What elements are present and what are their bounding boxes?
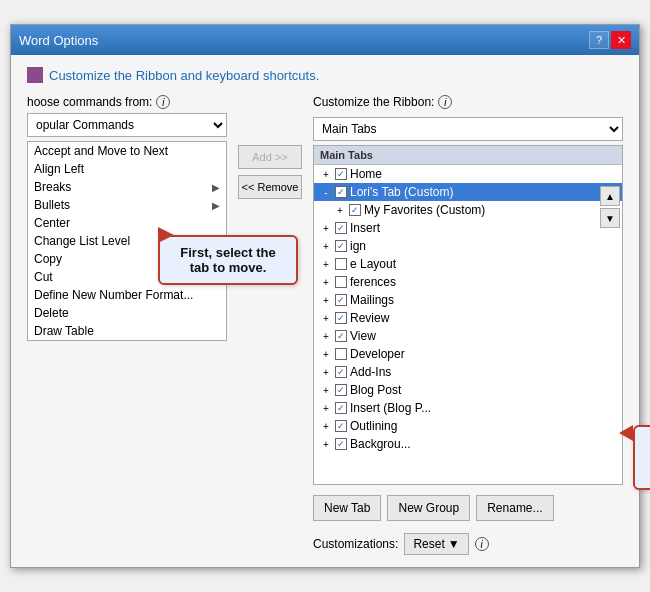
left-column: hoose commands from: i opular Commands A… [27, 95, 227, 341]
list-item[interactable]: Bullets▶ [28, 196, 226, 214]
arrow-icon: ▶ [212, 182, 220, 193]
expand-icon: + [320, 331, 332, 342]
commands-from-label: hoose commands from: i [27, 95, 227, 109]
checkbox-developer[interactable] [335, 348, 347, 360]
tree-item-blogpost[interactable]: + ✓ Blog Post [314, 381, 622, 399]
down-arrow-button[interactable]: ▼ [600, 208, 620, 228]
expand-icon: + [320, 421, 332, 432]
checkbox-review[interactable]: ✓ [335, 312, 347, 324]
tree-item-review[interactable]: + ✓ Review [314, 309, 622, 327]
tree-item-view[interactable]: + ✓ View [314, 327, 622, 345]
ribbon-info-icon[interactable]: i [438, 95, 452, 109]
new-group-button[interactable]: New Group [387, 495, 470, 521]
remove-button[interactable]: << Remove [238, 175, 302, 199]
tree-item-addins[interactable]: + ✓ Add-Ins [314, 363, 622, 381]
checkbox-design[interactable]: ✓ [335, 240, 347, 252]
expand-icon: + [320, 223, 332, 234]
tree-item-pagelayout[interactable]: + e Layout [314, 255, 622, 273]
checkbox-my-favorites[interactable]: ✓ [349, 204, 361, 216]
rename-button[interactable]: Rename... [476, 495, 553, 521]
tree-item-my-favorites[interactable]: + ✓ My Favorites (Custom) [314, 201, 622, 219]
list-item[interactable]: Draw Vertical Text Box [28, 340, 226, 341]
expand-icon: + [320, 277, 332, 288]
title-bar-buttons: ? ✕ [589, 31, 631, 49]
list-item[interactable]: Delete [28, 304, 226, 322]
ribbon-dropdown[interactable]: Main Tabs [313, 117, 623, 141]
checkbox-blogpost[interactable]: ✓ [335, 384, 347, 396]
header-text: Customize the Ribbon and keyboard shortc… [49, 68, 319, 83]
reset-button[interactable]: Reset ▼ [404, 533, 468, 555]
up-arrow-button[interactable]: ▲ [600, 186, 620, 206]
tree-item-home[interactable]: + ✓ Home [314, 165, 622, 183]
list-item[interactable]: Breaks▶ [28, 178, 226, 196]
checkbox-outlining[interactable]: ✓ [335, 420, 347, 432]
expand-icon: + [320, 295, 332, 306]
list-item[interactable]: Draw Table [28, 322, 226, 340]
expand-icon: + [320, 313, 332, 324]
checkbox-background[interactable]: ✓ [335, 438, 347, 450]
expand-icon: + [320, 439, 332, 450]
tree-item-insert[interactable]: + ✓ Insert [314, 219, 622, 237]
header-icon [27, 67, 43, 83]
expand-icon: + [320, 385, 332, 396]
checkbox-references[interactable] [335, 276, 347, 288]
checkbox-home[interactable]: ✓ [335, 168, 347, 180]
tree-section-label: Main Tabs [314, 146, 622, 165]
middle-buttons-area: Add >> << Remove [235, 145, 305, 199]
checkbox-pagelayout[interactable] [335, 258, 347, 270]
expand-icon: + [334, 205, 346, 216]
expand-icon: + [320, 349, 332, 360]
expand-icon: + [320, 403, 332, 414]
customize-ribbon-label: Customize the Ribbon: i [313, 95, 623, 109]
commands-dropdown[interactable]: opular Commands [27, 113, 227, 137]
list-item[interactable]: Center [28, 214, 226, 232]
arrow-icon: ▶ [212, 200, 220, 211]
list-item[interactable]: Align Left [28, 160, 226, 178]
new-tab-button[interactable]: New Tab [313, 495, 381, 521]
dialog-title: Word Options [19, 33, 98, 48]
add-button[interactable]: Add >> [238, 145, 302, 169]
bottom-buttons-row: New Tab New Group Rename... [313, 495, 623, 521]
ribbon-tree[interactable]: Main Tabs + ✓ Home - ✓ Lori's Tab (Custo… [313, 145, 623, 485]
callout-select-tab: First, select the tab to move. [158, 235, 298, 285]
tree-item-developer[interactable]: + Developer [314, 345, 622, 363]
title-bar: Word Options ? ✕ [11, 25, 639, 55]
checkbox-loris[interactable]: ✓ [335, 186, 347, 198]
customizations-row: Customizations: Reset ▼ i [313, 533, 623, 555]
tree-item-outlining[interactable]: + ✓ Outlining [314, 417, 622, 435]
ribbon-tree-wrapper: Main Tabs + ✓ Home - ✓ Lori's Tab (Custo… [313, 145, 623, 485]
tree-item-insertblog[interactable]: + ✓ Insert (Blog P... [314, 399, 622, 417]
callout-arrow-button: Then, click the up or down arrow button. [633, 425, 650, 490]
tree-item-background[interactable]: + ✓ Backgrou... [314, 435, 622, 453]
up-down-buttons: ▲ ▼ [600, 186, 620, 228]
list-item[interactable]: Accept and Move to Next [28, 142, 226, 160]
expand-icon: + [320, 367, 332, 378]
customizations-info-icon[interactable]: i [475, 537, 489, 551]
customizations-label: Customizations: [313, 537, 398, 551]
expand-icon: + [320, 259, 332, 270]
right-column: Customize the Ribbon: i Main Tabs Main T… [313, 95, 623, 555]
checkbox-mailings[interactable]: ✓ [335, 294, 347, 306]
expand-icon: + [320, 169, 332, 180]
tree-item-references[interactable]: + ferences [314, 273, 622, 291]
checkbox-view[interactable]: ✓ [335, 330, 347, 342]
tree-item-loris-tab[interactable]: - ✓ Lori's Tab (Custom) [314, 183, 622, 201]
dialog-body: Customize the Ribbon and keyboard shortc… [11, 55, 639, 567]
expand-icon: - [320, 187, 332, 198]
list-item[interactable]: Define New Number Format... [28, 286, 226, 304]
commands-info-icon[interactable]: i [156, 95, 170, 109]
word-options-dialog: Word Options ? ✕ Customize the Ribbon an… [10, 24, 640, 568]
expand-icon: + [320, 241, 332, 252]
tree-item-mailings[interactable]: + ✓ Mailings [314, 291, 622, 309]
checkbox-addins[interactable]: ✓ [335, 366, 347, 378]
help-button[interactable]: ? [589, 31, 609, 49]
tree-item-design[interactable]: + ✓ ign [314, 237, 622, 255]
checkbox-insert[interactable]: ✓ [335, 222, 347, 234]
reset-dropdown-arrow: ▼ [448, 537, 460, 551]
close-button[interactable]: ✕ [611, 31, 631, 49]
checkbox-insertblog[interactable]: ✓ [335, 402, 347, 414]
customize-header: Customize the Ribbon and keyboard shortc… [27, 67, 623, 83]
